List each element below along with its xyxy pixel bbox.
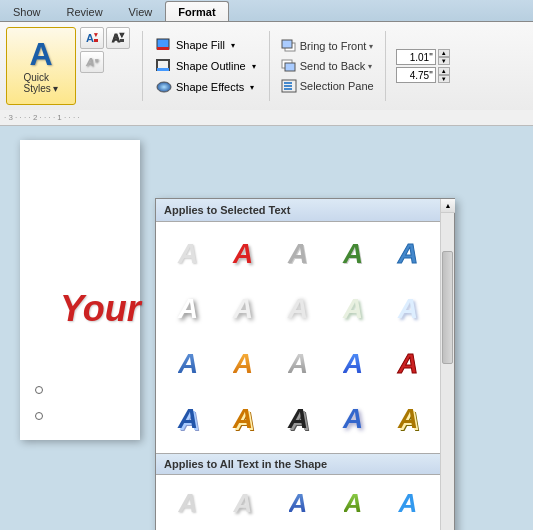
svg-rect-1 — [157, 47, 169, 50]
wordart-style-19[interactable]: A — [327, 393, 379, 445]
quick-styles-label: QuickStyles ▾ — [23, 72, 58, 94]
tab-show[interactable]: Show — [0, 1, 54, 21]
height-input[interactable] — [396, 49, 436, 65]
handle-tl[interactable] — [35, 386, 43, 394]
svg-rect-3 — [157, 68, 169, 71]
shape-fill-icon — [156, 38, 172, 52]
wordart-style-6[interactable]: A — [162, 283, 214, 335]
selection-pane-icon — [281, 79, 297, 93]
bring-to-front-arrow: ▾ — [369, 42, 373, 51]
wordart-all-style-5[interactable]: A — [382, 481, 434, 526]
width-down-button[interactable]: ▼ — [438, 75, 450, 83]
wordart-all-style-1[interactable]: A — [162, 481, 214, 526]
scroll-up-button[interactable]: ▲ — [441, 199, 455, 213]
width-up-button[interactable]: ▲ — [438, 67, 450, 75]
shape-fill-item[interactable]: Shape Fill ▾ — [152, 36, 260, 54]
text-effects-row: A▾ — [80, 51, 132, 73]
divider-3 — [385, 31, 386, 101]
svg-rect-10 — [284, 82, 292, 84]
send-to-back-icon — [281, 59, 297, 73]
shape-fill-arrow: ▾ — [231, 41, 235, 50]
wordart-style-2[interactable]: A — [217, 228, 269, 280]
wordart-all-style-2[interactable]: A — [217, 481, 269, 526]
text-outline-button[interactable]: A▾ — [106, 27, 130, 49]
text-effects-button[interactable]: A▾ — [80, 51, 104, 73]
shape-outline-item[interactable]: Shape Outline ▾ — [152, 57, 260, 75]
shape-outline-arrow: ▾ — [252, 62, 256, 71]
ruler: · 3 · · · · 2 · · · · 1 · · · · — [0, 110, 533, 126]
svg-point-4 — [157, 82, 171, 92]
panel-section2-header: Applies to All Text in the Shape — [156, 453, 440, 475]
selection-pane-button[interactable]: Selection Pane — [276, 77, 379, 95]
wordart-style-10[interactable]: A — [382, 283, 434, 335]
wordart-styles-panel: Applies to Selected Text A A A A A — [155, 198, 455, 530]
wordart-style-18[interactable]: A — [272, 393, 324, 445]
wordart-style-8[interactable]: A — [272, 283, 324, 335]
shape-effects-icon — [156, 80, 172, 94]
handle-bl[interactable] — [35, 412, 43, 420]
quick-styles-icon: A — [29, 38, 52, 70]
panel-inner: Applies to Selected Text A A A A A — [156, 199, 440, 530]
scroll-thumb[interactable] — [442, 251, 453, 364]
svg-rect-8 — [285, 63, 295, 71]
wordart-all-style-4[interactable]: A — [327, 481, 379, 526]
wordart-style-1[interactable]: A — [162, 228, 214, 280]
height-spinners: ▲ ▼ — [438, 49, 450, 65]
shape-outline-label: Shape Outline — [176, 60, 246, 72]
width-spinners: ▲ ▼ — [438, 67, 450, 83]
scroll-track — [441, 213, 454, 530]
quick-styles-button[interactable]: A QuickStyles ▾ — [6, 27, 76, 105]
shape-group: Shape Fill ▾ Shape Outline ▾ Shape Effec… — [149, 33, 263, 99]
main-area: · 3 · · · · 2 · · · · 1 · · · · Your App… — [0, 110, 533, 530]
selection-pane-label: Selection Pane — [300, 80, 374, 92]
wordart-style-14[interactable]: A — [327, 338, 379, 390]
divider-2 — [269, 31, 270, 101]
send-to-back-button[interactable]: Send to Back ▾ — [276, 57, 379, 75]
size-group: ▲ ▼ ▲ ▼ — [392, 49, 454, 83]
wordart-style-13[interactable]: A — [272, 338, 324, 390]
divider-1 — [142, 31, 143, 101]
wordart-style-15[interactable]: A — [382, 338, 434, 390]
wordart-style-3[interactable]: A — [272, 228, 324, 280]
svg-rect-6 — [282, 40, 292, 48]
svg-rect-11 — [284, 85, 292, 87]
send-to-back-arrow: ▾ — [368, 62, 372, 71]
tab-review[interactable]: Review — [54, 1, 116, 21]
bring-to-front-label: Bring to Front — [300, 40, 367, 52]
panel-section1-header: Applies to Selected Text — [156, 199, 440, 222]
panel-scrollbar: ▲ ▼ — [440, 199, 454, 530]
wordart-style-7[interactable]: A — [217, 283, 269, 335]
bring-to-front-icon — [281, 39, 297, 53]
wordart-grid-2: A A A A A A A — [156, 475, 440, 530]
wordart-style-17[interactable]: A — [217, 393, 269, 445]
wordart-all-style-3[interactable]: A — [272, 481, 324, 526]
svg-rect-12 — [284, 88, 292, 90]
height-up-button[interactable]: ▲ — [438, 49, 450, 57]
bring-to-front-button[interactable]: Bring to Front ▾ — [276, 37, 379, 55]
wordart-style-16[interactable]: A — [162, 393, 214, 445]
wordart-style-5[interactable]: A — [382, 228, 434, 280]
tab-format[interactable]: Format — [165, 1, 228, 21]
wordart-style-12[interactable]: A — [217, 338, 269, 390]
width-row: ▲ ▼ — [396, 67, 450, 83]
ribbon-toolbar: A QuickStyles ▾ A▾ A▾ A▾ Shape Fill ▾ — [0, 22, 533, 110]
shape-fill-label: Shape Fill — [176, 39, 225, 51]
shape-effects-arrow: ▾ — [250, 83, 254, 92]
tab-view[interactable]: View — [116, 1, 166, 21]
shape-effects-item[interactable]: Shape Effects ▾ — [152, 78, 260, 96]
arrange-group: Bring to Front ▾ Send to Back ▾ Select — [276, 37, 379, 95]
wordart-style-11[interactable]: A — [162, 338, 214, 390]
wordart-text-display: Your — [60, 288, 141, 330]
text-fill-button[interactable]: A▾ — [80, 27, 104, 49]
wordart-grid-1: A A A A A A A — [156, 222, 440, 451]
shape-outline-icon — [156, 59, 172, 73]
wordart-style-9[interactable]: A — [327, 283, 379, 335]
text-format-group: A▾ A▾ A▾ — [80, 27, 132, 105]
text-color-row: A▾ A▾ — [80, 27, 132, 49]
shape-effects-label: Shape Effects — [176, 81, 244, 93]
wordart-style-20[interactable]: A — [382, 393, 434, 445]
send-to-back-label: Send to Back — [300, 60, 365, 72]
height-down-button[interactable]: ▼ — [438, 57, 450, 65]
wordart-style-4[interactable]: A — [327, 228, 379, 280]
width-input[interactable] — [396, 67, 436, 83]
